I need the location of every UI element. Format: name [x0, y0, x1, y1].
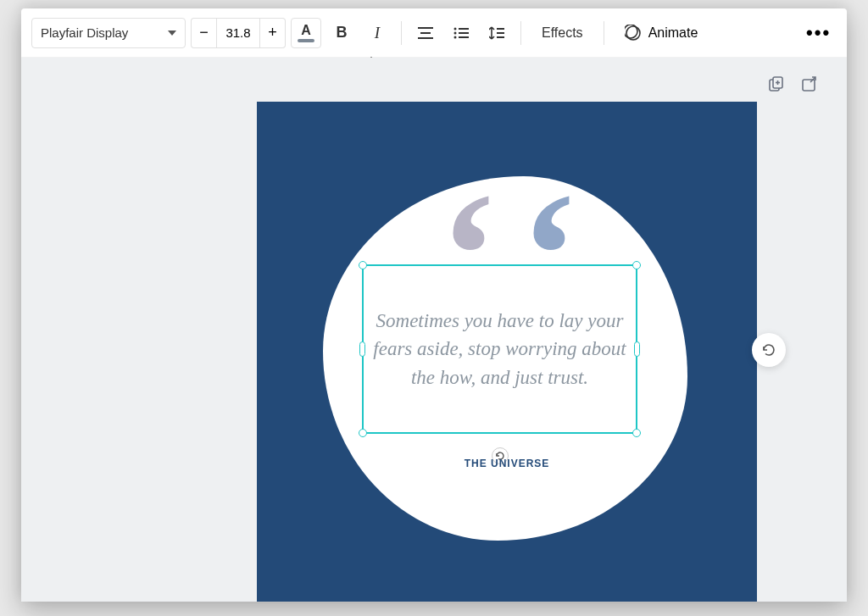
- divider: [604, 21, 604, 45]
- line-spacing-icon: [489, 26, 504, 40]
- resize-handle-right[interactable]: [634, 341, 640, 357]
- increase-size-button[interactable]: +: [260, 18, 286, 48]
- align-center-icon: [418, 27, 433, 39]
- svg-rect-18: [803, 80, 815, 91]
- duplicate-icon: [769, 76, 784, 92]
- text-color-swatch: [298, 39, 314, 42]
- text-color-glyph: A: [301, 23, 311, 38]
- editor-window: Playfair Display − + A B I: [21, 8, 847, 602]
- alignment-button[interactable]: [410, 18, 441, 48]
- font-name-label: Playfair Display: [41, 25, 128, 40]
- resize-handle-bottom-left[interactable]: [359, 429, 367, 437]
- canvas-actions: [767, 75, 818, 93]
- italic-button[interactable]: I: [362, 18, 392, 48]
- resize-handle-left[interactable]: [359, 341, 365, 357]
- canvas-area[interactable]: ‘ ‘ Sometimes you have to lay your fears…: [21, 58, 847, 602]
- reset-icon: [761, 342, 776, 358]
- chevron-down-icon: [168, 31, 176, 36]
- bold-button[interactable]: B: [326, 18, 357, 48]
- font-size-stepper: − +: [191, 18, 286, 48]
- decrease-size-button[interactable]: −: [191, 18, 216, 48]
- resize-handle-bottom-right[interactable]: [632, 429, 641, 437]
- svg-point-3: [454, 27, 457, 30]
- divider: [520, 21, 521, 45]
- divider: [401, 21, 402, 45]
- text-color-button[interactable]: A: [291, 18, 321, 48]
- font-size-input[interactable]: [216, 18, 260, 48]
- effects-button[interactable]: Effects: [530, 18, 595, 48]
- duplicate-page-button[interactable]: [767, 75, 786, 93]
- export-page-button[interactable]: [799, 75, 818, 93]
- design-canvas[interactable]: ‘ ‘ Sometimes you have to lay your fears…: [257, 102, 757, 602]
- floating-reset-button[interactable]: [752, 333, 786, 367]
- more-options-button[interactable]: •••: [806, 22, 837, 44]
- animate-icon: [625, 25, 642, 42]
- bullet-list-icon: [453, 27, 469, 39]
- quote-text[interactable]: Sometimes you have to lay your fears asi…: [364, 307, 636, 391]
- svg-point-7: [454, 36, 457, 38]
- animate-button[interactable]: Animate: [613, 25, 710, 42]
- list-button[interactable]: [446, 18, 476, 48]
- text-toolbar: Playfair Display − + A B I: [21, 8, 847, 58]
- svg-point-5: [454, 31, 457, 34]
- resize-handle-top-right[interactable]: [632, 261, 641, 269]
- font-family-select[interactable]: Playfair Display: [31, 18, 186, 48]
- resize-handle-top-left[interactable]: [359, 261, 367, 269]
- attribution-text[interactable]: THE UNIVERSE: [257, 458, 757, 469]
- animate-label: Animate: [648, 25, 698, 41]
- selected-text-box[interactable]: Sometimes you have to lay your fears asi…: [362, 264, 637, 434]
- export-icon: [801, 76, 816, 92]
- spacing-button[interactable]: [481, 18, 512, 48]
